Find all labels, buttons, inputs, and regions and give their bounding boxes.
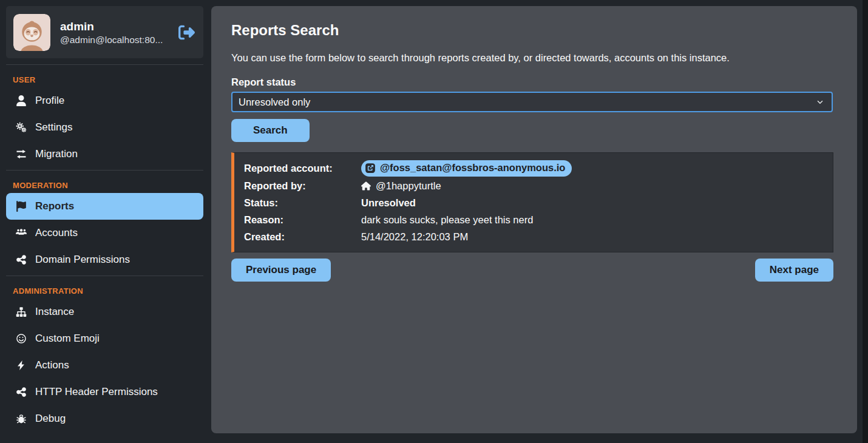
bug-icon [15,413,27,424]
sloth-avatar-icon [13,14,50,51]
report-status-select[interactable]: Unresolved only [231,92,833,112]
section-label-administration: ADMINISTRATION [13,286,209,296]
chevron-down-icon [816,98,824,106]
user-icon [15,95,27,106]
sidebar-item-label: Migration [35,148,78,160]
sidebar-item-domain-permissions[interactable]: Domain Permissions [0,246,209,273]
reported-by-handle: @1happyturtle [376,179,441,194]
share-nodes-icon [15,387,27,397]
avatar [13,14,50,51]
share-nodes-icon [15,254,27,265]
vertical-scrollbar[interactable] [863,0,868,443]
sidebar-item-custom-emoji[interactable]: Custom Emoji [0,325,209,352]
bolt-icon [15,360,27,371]
sidebar-item-label: Instance [35,306,74,318]
user-meta: admin @admin@localhost:80... [60,19,169,46]
page-title: Reports Search [231,22,833,39]
reported-by-value[interactable]: @1happyturtle [361,179,823,194]
sidebar-item-label: Actions [35,359,69,371]
divider [6,276,203,276]
section-label-user: USER [13,75,209,84]
sidebar-item-migration[interactable]: Migration [0,141,209,167]
reported-account-handle: @foss_satan@fossbros-anonymous.io [380,161,565,175]
flag-icon [15,201,27,212]
sidebar-item-settings[interactable]: Settings [0,114,209,141]
created-value: 5/14/2022, 12:20:03 PM [361,230,823,245]
divider [6,64,203,65]
report-card[interactable]: Reported account: @foss_satan@fossbros-a… [231,152,833,252]
right-left-arrows-icon [15,149,27,160]
report-status-selected-value: Unresolved only [239,96,310,108]
status-value: Unresolved [361,196,823,211]
user-handle: @admin@localhost:80... [60,35,169,46]
sitemap-icon [15,306,27,317]
sidebar-item-label: Domain Permissions [35,254,130,266]
page-description: You can use the form below to search thr… [231,52,833,64]
sidebar-item-label: Custom Emoji [35,333,100,345]
sidebar-item-profile[interactable]: Profile [0,87,209,114]
sidebar-item-reports[interactable]: Reports [6,193,203,220]
house-icon [361,181,371,191]
sidebar-item-instance[interactable]: Instance [0,299,209,325]
sidebar-item-actions[interactable]: Actions [0,352,209,379]
reported-by-label: Reported by: [244,179,361,194]
user-card: admin @admin@localhost:80... [6,6,203,58]
gears-icon [15,122,27,133]
divider [6,170,203,171]
search-button[interactable]: Search [231,119,310,142]
sidebar-item-accounts[interactable]: Accounts [0,220,209,246]
section-label-moderation: MODERATION [13,181,209,190]
sidebar-item-http-header-permissions[interactable]: HTTP Header Permissions [0,379,209,405]
sign-out-icon[interactable] [178,24,195,41]
main-panel: Reports Search You can use the form belo… [211,6,857,433]
sidebar-item-label: Reports [35,200,74,212]
sidebar-item-label: Accounts [35,227,78,239]
status-label: Status: [244,196,361,211]
reason-label: Reason: [244,213,361,228]
report-status-label: Report status [231,76,833,88]
reported-account-value: @foss_satan@fossbros-anonymous.io [361,160,823,177]
sidebar-item-debug[interactable]: Debug [0,405,209,432]
reason-value: dark souls sucks, please yeet this nerd [361,213,823,228]
user-name: admin [60,19,169,35]
previous-page-button[interactable]: Previous page [231,259,331,282]
sidebar-item-label: HTTP Header Permissions [35,386,158,398]
smile-icon [15,333,27,344]
pagination: Previous page Next page [231,259,833,282]
next-page-button[interactable]: Next page [755,259,833,282]
reported-account-badge[interactable]: @foss_satan@fossbros-anonymous.io [361,160,572,177]
created-label: Created: [244,230,361,245]
sidebar-item-label: Profile [35,95,64,107]
sidebar-item-label: Settings [35,121,72,134]
users-icon [15,228,27,238]
sidebar-item-label: Debug [35,413,66,425]
sidebar: admin @admin@localhost:80... USER Profil… [0,0,209,443]
reported-account-label: Reported account: [244,161,361,176]
external-link-icon [365,163,376,174]
